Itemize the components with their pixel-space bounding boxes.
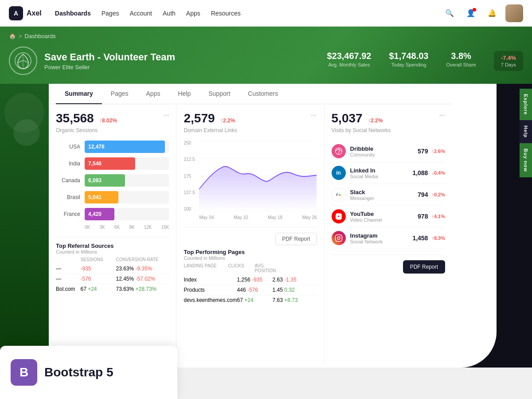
tab-help[interactable]: Help bbox=[169, 84, 200, 104]
brand[interactable]: A Axel bbox=[9, 6, 42, 20]
page-clicks-3: 67 +24 bbox=[237, 297, 273, 303]
col-name bbox=[56, 257, 80, 262]
col-avg: AVG. POSITION bbox=[255, 263, 282, 273]
social-pdf-button[interactable]: PDF Report bbox=[403, 260, 445, 274]
bar-row-india: India 7,546 bbox=[56, 157, 169, 170]
social-instagram: Instagram Social Network 1,458 ↑8.3% bbox=[332, 227, 445, 249]
widget2-menu[interactable]: ··· bbox=[311, 111, 317, 119]
x-may18: May 18 bbox=[268, 215, 282, 220]
bootstrap-watermark: B Bootstrap 5 bbox=[0, 346, 177, 399]
tab-support[interactable]: Support bbox=[200, 84, 239, 104]
navbar-right: 🔍 👤 🔔 bbox=[442, 4, 523, 22]
linkedin-info: Linked In Social Media bbox=[350, 167, 413, 179]
y-1375: 137.5 bbox=[184, 190, 195, 195]
widget-social: 5,037 ↑2.2% ··· Visits by Social Network… bbox=[325, 104, 452, 365]
widget-organic-sessions: 35,568 ↑8.02% ··· Organic Sessions USA bbox=[49, 104, 176, 365]
referral-row-1: — -935 23.63% -9.35% bbox=[56, 264, 169, 274]
tab-apps[interactable]: Apps bbox=[137, 84, 169, 104]
dribbble-info: Dribbble Community bbox=[350, 145, 418, 157]
stat-monthly-sales: $23,467.92 Avg. Monthly Sales bbox=[327, 51, 371, 71]
widget-external-links: 2,579 ↑2.2% ··· Domain External Links 25… bbox=[176, 104, 324, 365]
stat-label-2: Today Spending bbox=[389, 62, 429, 67]
help-button[interactable]: Help bbox=[520, 120, 532, 143]
slack-icon bbox=[332, 188, 346, 202]
referral-sessions-1: -935 bbox=[80, 266, 116, 272]
page-pos-2: 1.45 0.32 bbox=[273, 287, 317, 293]
search-button[interactable]: 🔍 bbox=[442, 5, 458, 21]
left-green-strip bbox=[0, 84, 49, 368]
social-list: Dribbble Community 579 ↑2.6% in bbox=[332, 141, 445, 249]
bar-row-france: France 4,420 bbox=[56, 208, 169, 220]
referral-conv-3: 73.63% +28.73% bbox=[116, 286, 169, 292]
hero-content: Save Earth - Volunteer Team Power Elite … bbox=[9, 47, 523, 75]
stat-value-2: $1,748.03 bbox=[389, 51, 429, 61]
pdf-report-button[interactable]: PDF Report bbox=[275, 233, 317, 245]
top-pages-title: Top Performing Pages bbox=[184, 249, 317, 255]
stat-label-1: Avg. Monthly Sales bbox=[327, 62, 371, 67]
social-slack: Slack Messanger 794 ↑0.2% bbox=[332, 184, 445, 206]
top-pages-row-1: Index 1,256 -935 2.63 -1.35 bbox=[184, 275, 317, 285]
pdf-section: PDF Report Top Performing Pages Counted … bbox=[184, 227, 317, 305]
stat-7days: -7.4% 7 Days bbox=[494, 51, 523, 71]
bar-fill-canada: 6,083 bbox=[85, 174, 125, 187]
referral-header: SESSIONS CONVERSION RATE bbox=[56, 257, 169, 262]
dribbble-name: Dribbble bbox=[350, 145, 418, 152]
widget1-menu[interactable]: ··· bbox=[163, 111, 169, 119]
page-name-3: devs.keenthemes.com bbox=[184, 297, 237, 303]
explore-button[interactable]: Explore bbox=[520, 89, 532, 120]
hero-section: 🏠 > Dashboards Save Earth - Volunteer Te… bbox=[0, 27, 532, 84]
widget3-menu[interactable]: ··· bbox=[439, 111, 445, 119]
nav-auth[interactable]: Auth bbox=[163, 10, 176, 17]
referral-title: Top Referral Sources bbox=[56, 243, 169, 249]
widget2-change: ↑2.2% bbox=[220, 117, 235, 124]
buy-now-button[interactable]: Buy now bbox=[520, 143, 532, 177]
top-pages-row-2: Products 446 -576 1.45 0.32 bbox=[184, 285, 317, 295]
widget2-value-group: 2,579 ↑2.2% bbox=[184, 111, 235, 125]
tab-customers[interactable]: Customers bbox=[239, 84, 287, 104]
tabs-bar: Summary Pages Apps Help Support Customer… bbox=[49, 84, 452, 104]
referral-sessions-3: 67 +24 bbox=[80, 286, 116, 292]
svg-rect-8 bbox=[335, 235, 342, 242]
bar-fill-india: 7,546 bbox=[85, 157, 135, 170]
widget1-value: 35,568 bbox=[56, 111, 94, 125]
settings-button[interactable]: 🔔 bbox=[484, 5, 500, 21]
bar-fill-france: 4,420 bbox=[85, 208, 114, 220]
referral-name-1: — bbox=[56, 266, 80, 272]
bar-container-usa: 12,478 bbox=[85, 141, 169, 153]
social-linkedin: in Linked In Social Media 1,088 ↓0.4% bbox=[332, 162, 445, 184]
nav-dashboards[interactable]: Dashboards bbox=[55, 10, 91, 17]
user-avatar[interactable] bbox=[505, 4, 523, 22]
social-pdf-section: PDF Report bbox=[332, 254, 445, 274]
youtube-change: ↑4.1% bbox=[431, 214, 445, 219]
page-pos-3: 7.63 +8.73 bbox=[273, 297, 317, 303]
tab-summary[interactable]: Summary bbox=[56, 84, 102, 104]
nav-apps[interactable]: Apps bbox=[186, 10, 200, 17]
referral-conv-1: 23.63% -9.35% bbox=[116, 266, 169, 272]
col-sessions: SESSIONS bbox=[80, 257, 116, 262]
nav-account[interactable]: Account bbox=[129, 10, 152, 17]
svg-point-9 bbox=[337, 237, 340, 239]
widget1-label: Organic Sessions bbox=[56, 127, 169, 133]
stat-overall-share: 3.8% Overall Share bbox=[446, 51, 476, 71]
slack-count: 794 bbox=[418, 191, 428, 198]
widget3-label: Visits by Social Networks bbox=[332, 127, 445, 133]
hero-logo bbox=[9, 47, 37, 75]
axis-12k: 12K bbox=[144, 225, 152, 230]
widget2-label: Domain External Links bbox=[184, 127, 317, 133]
axis-6k: 6K bbox=[114, 225, 120, 230]
youtube-info: YouTube Video Channel bbox=[350, 211, 418, 223]
nav-resources[interactable]: Resources bbox=[211, 10, 241, 17]
col-conversion: CONVERSION RATE bbox=[116, 257, 169, 262]
svg-point-10 bbox=[340, 236, 341, 237]
instagram-info: Instagram Social Network bbox=[350, 232, 413, 244]
bar-fill-brasil: 5,041 bbox=[85, 191, 118, 203]
tab-pages[interactable]: Pages bbox=[102, 84, 137, 104]
top-pages-subtitle: Counted in Millions bbox=[184, 255, 317, 261]
breadcrumb-home[interactable]: 🏠 bbox=[9, 33, 16, 39]
x-may04: May 04 bbox=[199, 215, 214, 220]
bar-container-brasil: 5,041 bbox=[85, 191, 169, 203]
nav-pages[interactable]: Pages bbox=[102, 10, 119, 17]
notification-button[interactable]: 👤 bbox=[463, 5, 479, 21]
dribbble-type: Community bbox=[350, 152, 418, 157]
svg-point-7 bbox=[335, 148, 342, 155]
